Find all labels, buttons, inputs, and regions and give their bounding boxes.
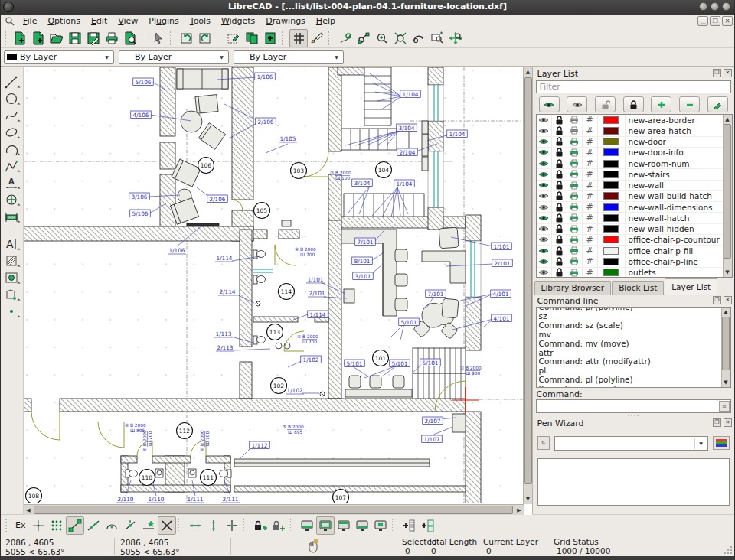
- layer-row[interactable]: #new-wall-build-hatch: [537, 191, 732, 202]
- linewidth-combo[interactable]: By Layer▼: [119, 50, 229, 64]
- print-icon[interactable]: [567, 202, 583, 212]
- construction-icon[interactable]: #: [583, 158, 598, 168]
- set-relative-zero-button[interactable]: [270, 516, 288, 535]
- tool-dim-aligned[interactable]: A: [2, 174, 21, 191]
- lock-icon[interactable]: [552, 213, 567, 223]
- close-icon[interactable]: ✕: [724, 418, 732, 427]
- new-drawing-button[interactable]: [11, 29, 29, 47]
- lock-icon[interactable]: [552, 235, 567, 245]
- close-icon[interactable]: ✕: [724, 296, 732, 304]
- visibility-icon[interactable]: [537, 246, 552, 256]
- layer-row[interactable]: #new-area-hatch: [537, 125, 732, 136]
- resize-grip[interactable]: [724, 545, 733, 555]
- zoom-scale-button[interactable]: [391, 29, 410, 47]
- visibility-icon[interactable]: [537, 191, 552, 201]
- print-icon[interactable]: [567, 268, 583, 278]
- open-file-button[interactable]: [47, 29, 66, 47]
- print-icon[interactable]: [567, 169, 583, 179]
- menu-view[interactable]: View: [113, 15, 143, 27]
- exclusive-snap-button[interactable]: Ex: [11, 519, 29, 532]
- construction-icon[interactable]: #: [583, 235, 598, 245]
- layer-color-swatch[interactable]: [598, 181, 626, 190]
- titlebar[interactable]: LibreCAD - [...list/list-004-plan-04.1-f…: [1, 0, 734, 15]
- visibility-icon[interactable]: [537, 235, 552, 245]
- unlock-all-layers-button[interactable]: [595, 96, 616, 112]
- pen-color-button[interactable]: [713, 436, 730, 450]
- layer-color-swatch[interactable]: [598, 224, 626, 234]
- scroll-left-arrow[interactable]: ◀: [24, 506, 33, 515]
- print-icon[interactable]: [567, 246, 583, 256]
- grid-button[interactable]: [289, 29, 308, 47]
- zoom-previous-button[interactable]: [410, 29, 428, 47]
- view-statusbar-button[interactable]: [298, 516, 316, 535]
- restrict-vertical-button[interactable]: [204, 516, 223, 535]
- print-icon[interactable]: [567, 181, 583, 190]
- undo-button[interactable]: [178, 29, 196, 47]
- tool-point[interactable]: [2, 303, 21, 320]
- pen-wizard-list[interactable]: [537, 458, 730, 506]
- lock-icon[interactable]: [552, 158, 567, 168]
- print-icon[interactable]: [567, 125, 583, 135]
- new-from-template-button[interactable]: [29, 29, 47, 47]
- print-button[interactable]: [103, 29, 121, 47]
- snap-free-button[interactable]: [29, 516, 47, 535]
- scroll-down-arrow[interactable]: ▼: [524, 494, 533, 503]
- float-icon[interactable]: ❐: [713, 418, 721, 427]
- layer-row[interactable]: #new-wall: [537, 181, 732, 191]
- menu-plugins[interactable]: Plugins: [143, 15, 184, 27]
- construction-icon[interactable]: #: [583, 191, 598, 201]
- color-combo[interactable]: By Layer▼: [4, 50, 114, 64]
- menu-help[interactable]: Help: [311, 15, 341, 27]
- print-icon[interactable]: [567, 213, 583, 223]
- view-grid-button[interactable]: [316, 516, 335, 535]
- tool-hatch[interactable]: [2, 252, 21, 269]
- drawing-canvas[interactable]: 5/1064/1063/1065/1061/1062/1062/1061/104…: [24, 67, 532, 515]
- lock-icon[interactable]: [552, 148, 567, 158]
- close-icon[interactable]: ✕: [724, 69, 732, 77]
- layer-color-swatch[interactable]: [598, 268, 626, 278]
- construction-icon[interactable]: #: [583, 169, 598, 179]
- layer-row[interactable]: #outlets: [537, 268, 732, 278]
- lock-icon[interactable]: [552, 191, 567, 201]
- layer-row[interactable]: #new-door-info: [537, 148, 732, 158]
- tab-library-browser[interactable]: Library Browser: [534, 281, 612, 295]
- lock-icon[interactable]: [552, 137, 567, 147]
- print-icon[interactable]: [567, 158, 583, 168]
- zoom-in-button[interactable]: [373, 29, 391, 47]
- construction-icon[interactable]: #: [583, 181, 598, 190]
- snap-intersection-button[interactable]: [158, 516, 176, 535]
- snap-middle-button[interactable]: [121, 516, 139, 535]
- scroll-up-arrow[interactable]: ▲: [723, 115, 732, 124]
- visibility-icon[interactable]: [537, 125, 552, 135]
- redo-button[interactable]: [196, 29, 214, 47]
- zoom-pan-button[interactable]: [446, 29, 465, 47]
- command-history[interactable]: Command: pl (polyline)szCommand: sz (sca…: [536, 307, 731, 388]
- construction-icon[interactable]: #: [583, 115, 598, 125]
- pan-pencil-button[interactable]: [336, 29, 354, 47]
- restrict-horizontal-button[interactable]: [186, 516, 204, 535]
- pen-combo[interactable]: ▼: [554, 436, 708, 451]
- layer-color-swatch[interactable]: [598, 137, 626, 147]
- snap-grid-button[interactable]: [47, 516, 66, 535]
- layer-row[interactable]: #new-door: [537, 137, 732, 148]
- layer-row[interactable]: #office-chair-p-line: [537, 256, 732, 267]
- minimize-button[interactable]: [699, 2, 707, 11]
- pointer-button[interactable]: [149, 29, 168, 47]
- visibility-icon[interactable]: [537, 202, 552, 212]
- view-preview-button[interactable]: [371, 516, 390, 535]
- command-options-icon[interactable]: ≡: [719, 401, 730, 412]
- command-input[interactable]: ≡: [536, 399, 731, 413]
- view-draft-button[interactable]: [335, 516, 353, 535]
- mdi-minimize-button[interactable]: ▁: [697, 16, 708, 26]
- remove-layer-button[interactable]: [679, 96, 700, 112]
- scroll-right-arrow[interactable]: ▶: [514, 506, 524, 515]
- layer-row[interactable]: #new-wall-dimensions: [537, 202, 732, 213]
- layer-color-swatch[interactable]: [598, 202, 626, 212]
- restrict-orthogonal-button[interactable]: [223, 516, 241, 535]
- layer-row[interactable]: #office-chair-p-countour: [537, 235, 732, 246]
- print-icon[interactable]: [567, 148, 583, 158]
- view-lines-button[interactable]: [353, 516, 371, 535]
- print-icon[interactable]: [567, 191, 583, 201]
- layer-color-swatch[interactable]: [598, 213, 626, 223]
- lock-relative-zero-button[interactable]: [251, 516, 270, 535]
